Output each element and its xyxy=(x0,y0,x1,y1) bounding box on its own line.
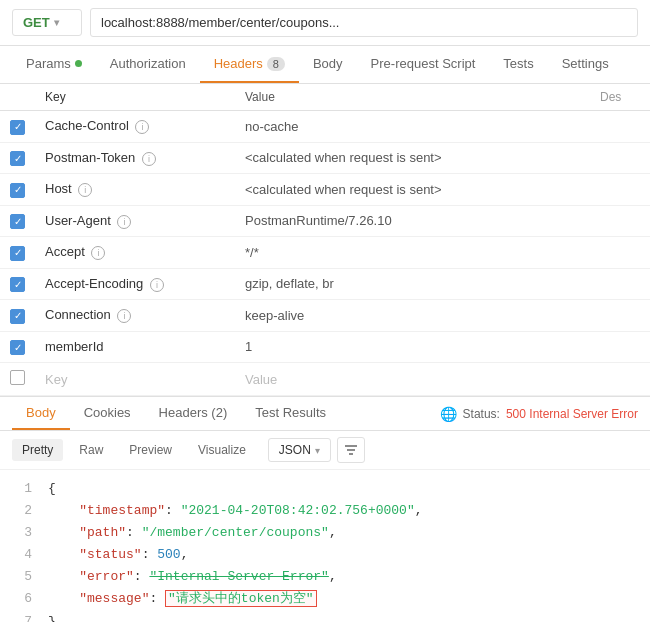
row1-info-icon[interactable]: i xyxy=(135,120,149,134)
tab-prerequest[interactable]: Pre-request Script xyxy=(357,46,490,83)
btn-visualize[interactable]: Visualize xyxy=(188,439,256,461)
tab-cookies[interactable]: Cookies xyxy=(70,397,145,430)
line-content-7: } xyxy=(48,611,638,622)
line-num-1: 1 xyxy=(12,478,32,500)
line-content-4: "status": 500, xyxy=(48,544,638,566)
globe-icon: 🌐 xyxy=(440,406,457,422)
method-chevron-icon: ▾ xyxy=(54,17,59,28)
row3-value: <calculated when request is sent> xyxy=(245,182,442,197)
format-select-label: JSON xyxy=(279,443,311,457)
row-placeholder-checkbox[interactable] xyxy=(10,370,25,385)
table-row: Host i <calculated when request is sent> xyxy=(0,174,650,206)
line-num-4: 4 xyxy=(12,544,32,566)
row1-key: Cache-Control xyxy=(45,118,129,133)
url-input[interactable] xyxy=(90,8,638,37)
line-content-1: { xyxy=(48,478,638,500)
row3-checkbox[interactable] xyxy=(10,183,25,198)
line-num-3: 3 xyxy=(12,522,32,544)
tab-body[interactable]: Body xyxy=(299,46,357,83)
format-chevron-icon: ▾ xyxy=(315,445,320,456)
json-line-1: 1 { xyxy=(12,478,638,500)
json-line-4: 4 "status": 500, xyxy=(12,544,638,566)
row4-info-icon[interactable]: i xyxy=(117,215,131,229)
tab-headers-response[interactable]: Headers (2) xyxy=(145,397,242,430)
row1-checkbox[interactable] xyxy=(10,120,25,135)
row6-info-icon[interactable]: i xyxy=(150,278,164,292)
tab-headers-label: Headers xyxy=(214,56,263,71)
line-num-5: 5 xyxy=(12,566,32,588)
json-line-7: 7 } xyxy=(12,611,638,622)
row2-value: <calculated when request is sent> xyxy=(245,150,442,165)
format-select[interactable]: JSON ▾ xyxy=(268,438,331,462)
method-label: GET xyxy=(23,15,50,30)
tab-test-results[interactable]: Test Results xyxy=(241,397,340,430)
response-tabs: Body Cookies Headers (2) Test Results 🌐 … xyxy=(0,397,650,431)
row2-info-icon[interactable]: i xyxy=(142,152,156,166)
row7-info-icon[interactable]: i xyxy=(117,309,131,323)
btn-raw[interactable]: Raw xyxy=(69,439,113,461)
btn-preview[interactable]: Preview xyxy=(119,439,182,461)
response-section: Body Cookies Headers (2) Test Results 🌐 … xyxy=(0,396,650,622)
json-line-6: 6 "message": "请求头中的token为空" xyxy=(12,588,638,610)
col-key-header: Key xyxy=(35,84,235,111)
tab-authorization[interactable]: Authorization xyxy=(96,46,200,83)
table-row: memberId 1 xyxy=(0,331,650,363)
table-row: Cache-Control i no-cache xyxy=(0,111,650,143)
row5-info-icon[interactable]: i xyxy=(91,246,105,260)
tab-params[interactable]: Params xyxy=(12,46,96,83)
table-row: User-Agent i PostmanRuntime/7.26.10 xyxy=(0,205,650,237)
tab-test-results-label: Test Results xyxy=(255,405,326,420)
row6-checkbox[interactable] xyxy=(10,277,25,292)
row5-checkbox[interactable] xyxy=(10,246,25,261)
row7-checkbox[interactable] xyxy=(10,309,25,324)
table-row: Key Value xyxy=(0,363,650,396)
col-desc-header: Des xyxy=(590,84,650,111)
json-line-3: 3 "path": "/member/center/coupons", xyxy=(12,522,638,544)
tab-prerequest-label: Pre-request Script xyxy=(371,56,476,71)
row1-value: no-cache xyxy=(245,119,298,134)
row-placeholder-value: Value xyxy=(245,372,277,387)
params-dot-icon xyxy=(75,60,82,67)
line-num-2: 2 xyxy=(12,500,32,522)
btn-pretty[interactable]: Pretty xyxy=(12,439,63,461)
tab-body-response[interactable]: Body xyxy=(12,397,70,430)
headers-badge: 8 xyxy=(267,57,285,71)
line-content-6: "message": "请求头中的token为空" xyxy=(48,588,638,610)
line-num-7: 7 xyxy=(12,611,32,622)
json-viewer: 1 { 2 "timestamp": "2021-04-20T08:42:02.… xyxy=(0,470,650,622)
status-value: 500 Internal Server Error xyxy=(506,407,638,421)
tab-settings[interactable]: Settings xyxy=(548,46,623,83)
tab-cookies-label: Cookies xyxy=(84,405,131,420)
tab-body-label: Body xyxy=(313,56,343,71)
line-content-2: "timestamp": "2021-04-20T08:42:02.756+00… xyxy=(48,500,638,522)
top-bar: GET ▾ xyxy=(0,0,650,46)
row7-value: keep-alive xyxy=(245,308,304,323)
tab-params-label: Params xyxy=(26,56,71,71)
col-check-header xyxy=(0,84,35,111)
method-select[interactable]: GET ▾ xyxy=(12,9,82,36)
row3-info-icon[interactable]: i xyxy=(78,183,92,197)
filter-icon[interactable] xyxy=(337,437,365,463)
tab-authorization-label: Authorization xyxy=(110,56,186,71)
line-content-3: "path": "/member/center/coupons", xyxy=(48,522,638,544)
row8-checkbox[interactable] xyxy=(10,340,25,355)
table-row: Postman-Token i <calculated when request… xyxy=(0,142,650,174)
tab-settings-label: Settings xyxy=(562,56,609,71)
row5-value: */* xyxy=(245,245,259,260)
tab-headers-response-label: Headers (2) xyxy=(159,405,228,420)
row-placeholder-key: Key xyxy=(45,372,67,387)
request-tabs: Params Authorization Headers 8 Body Pre-… xyxy=(0,46,650,84)
format-bar: Pretty Raw Preview Visualize JSON ▾ xyxy=(0,431,650,470)
tab-tests[interactable]: Tests xyxy=(489,46,547,83)
col-value-header: Value xyxy=(235,84,590,111)
table-row: Accept i */* xyxy=(0,237,650,269)
table-row: Accept-Encoding i gzip, deflate, br xyxy=(0,268,650,300)
row4-key: User-Agent xyxy=(45,213,111,228)
status-label: Status: xyxy=(463,407,500,421)
row4-checkbox[interactable] xyxy=(10,214,25,229)
line-content-5: "error": "Internal Server Error", xyxy=(48,566,638,588)
row2-checkbox[interactable] xyxy=(10,151,25,166)
tab-headers[interactable]: Headers 8 xyxy=(200,46,299,83)
json-line-2: 2 "timestamp": "2021-04-20T08:42:02.756+… xyxy=(12,500,638,522)
row3-key: Host xyxy=(45,181,72,196)
